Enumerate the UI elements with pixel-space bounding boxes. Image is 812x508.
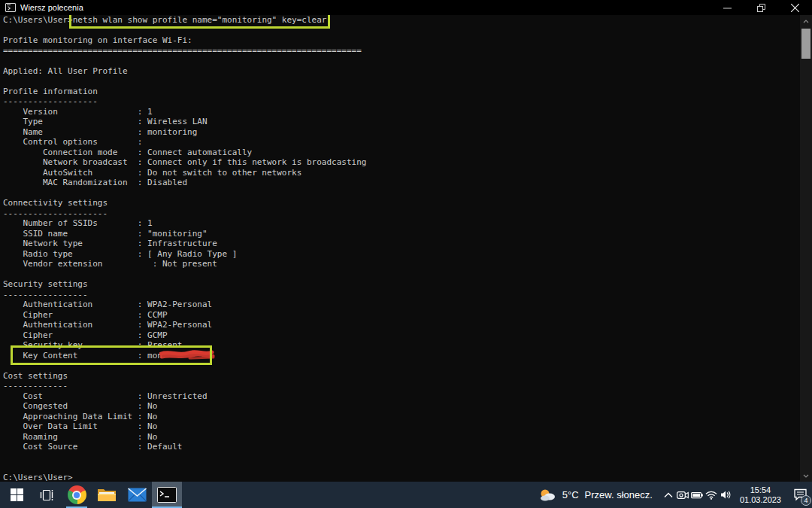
scrollbar-down-button[interactable] <box>800 470 812 482</box>
taskbar-chrome-button[interactable] <box>62 482 92 508</box>
minimize-button[interactable] <box>710 0 744 15</box>
scrollbar-thumb[interactable] <box>801 29 810 59</box>
clock-time: 15:54 <box>740 485 781 495</box>
start-button[interactable] <box>2 482 32 508</box>
battery-tray-button[interactable] <box>690 482 704 508</box>
task-view-button[interactable] <box>32 482 62 508</box>
show-hidden-icons-button[interactable] <box>662 482 676 508</box>
taskbar-weather-widget[interactable]: 5°C Przew. słonecz. <box>532 482 662 508</box>
taskbar-file-explorer-button[interactable] <box>92 482 122 508</box>
file-explorer-icon <box>97 487 117 503</box>
terminal-output: C:\Users\User>netsh wlan show profile na… <box>0 15 812 482</box>
weather-temperature: 5°C <box>562 489 579 500</box>
window-titlebar[interactable]: Wiersz polecenia <box>0 0 812 15</box>
taskbar-mail-button[interactable] <box>122 482 152 508</box>
taskbar-clock[interactable]: 15:54 01.03.2023 <box>733 485 788 505</box>
window-title: Wiersz polecenia <box>20 0 83 15</box>
close-button[interactable] <box>778 0 812 15</box>
console-window: C:\Users\User>netsh wlan show profile na… <box>0 15 812 482</box>
notification-count-badge: 4 <box>801 495 811 506</box>
weather-condition: Przew. słonecz. <box>585 489 653 500</box>
command-text-highlighted: netsh wlan show profile name="monitoring… <box>73 15 327 25</box>
volume-icon <box>720 490 732 500</box>
windows-logo-icon <box>11 488 23 501</box>
weather-sun-cloud-icon <box>538 488 556 501</box>
console-scrollbar[interactable] <box>800 15 812 482</box>
cmd-icon <box>157 487 177 503</box>
clock-date: 01.03.2023 <box>740 495 781 505</box>
task-view-icon <box>39 488 54 502</box>
scroll-up-icon <box>803 20 809 23</box>
mail-icon <box>128 488 147 502</box>
volume-tray-button[interactable] <box>719 482 733 508</box>
wifi-icon <box>705 491 717 500</box>
scroll-down-icon <box>803 474 809 478</box>
restore-icon <box>757 4 765 12</box>
action-center-button[interactable]: 4 <box>788 482 812 508</box>
network-tray-button[interactable] <box>704 482 719 508</box>
taskbar: 5°C Przew. słonecz. <box>0 482 812 508</box>
taskbar-cmd-button[interactable] <box>152 482 182 508</box>
scrollbar-up-button[interactable] <box>800 15 812 27</box>
restore-button[interactable] <box>744 0 778 15</box>
meet-now-icon <box>677 490 689 500</box>
minimize-icon <box>723 4 732 12</box>
chrome-icon <box>68 485 86 504</box>
prompt-text: C:\Users\User> <box>3 15 73 25</box>
cmd-window-icon[interactable] <box>5 3 16 12</box>
terminal-body-text: Profile monitoring on interface Wi-Fi: =… <box>3 35 366 482</box>
meet-now-tray-button[interactable] <box>676 482 690 508</box>
chevron-up-icon <box>664 492 673 498</box>
close-icon <box>791 4 799 12</box>
battery-icon <box>691 491 703 499</box>
